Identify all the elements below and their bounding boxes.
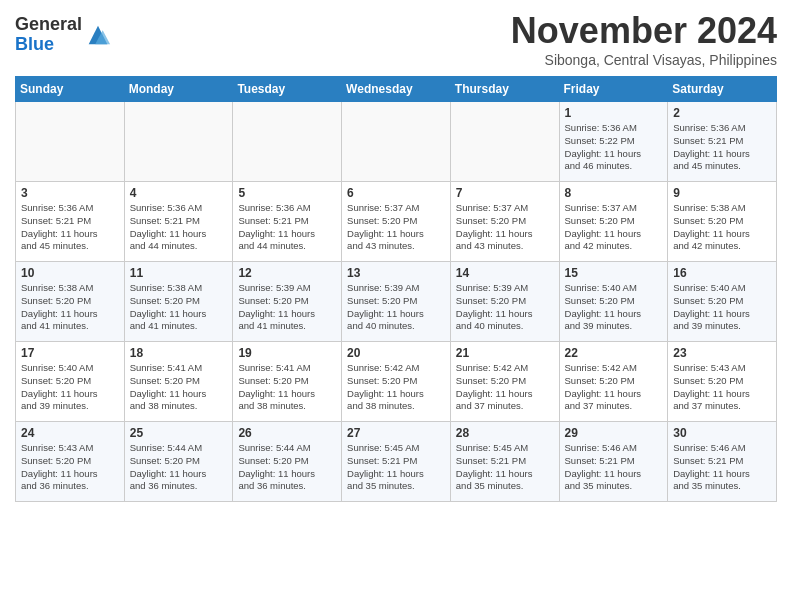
logo-icon (84, 21, 112, 49)
weekday-header-row: SundayMondayTuesdayWednesdayThursdayFrid… (16, 77, 777, 102)
calendar-cell: 16Sunrise: 5:40 AMSunset: 5:20 PMDayligh… (668, 262, 777, 342)
day-number: 25 (130, 426, 228, 440)
day-info: Sunrise: 5:42 AMSunset: 5:20 PMDaylight:… (565, 362, 663, 413)
day-info: Sunrise: 5:36 AMSunset: 5:21 PMDaylight:… (673, 122, 771, 173)
day-number: 30 (673, 426, 771, 440)
day-info: Sunrise: 5:41 AMSunset: 5:20 PMDaylight:… (238, 362, 336, 413)
day-info: Sunrise: 5:37 AMSunset: 5:20 PMDaylight:… (347, 202, 445, 253)
calendar-cell: 26Sunrise: 5:44 AMSunset: 5:20 PMDayligh… (233, 422, 342, 502)
day-info: Sunrise: 5:44 AMSunset: 5:20 PMDaylight:… (130, 442, 228, 493)
calendar-cell: 17Sunrise: 5:40 AMSunset: 5:20 PMDayligh… (16, 342, 125, 422)
logo: General Blue (15, 15, 112, 55)
calendar-cell: 18Sunrise: 5:41 AMSunset: 5:20 PMDayligh… (124, 342, 233, 422)
day-info: Sunrise: 5:45 AMSunset: 5:21 PMDaylight:… (456, 442, 554, 493)
calendar-cell (450, 102, 559, 182)
title-block: November 2024 Sibonga, Central Visayas, … (511, 10, 777, 68)
calendar-cell (233, 102, 342, 182)
day-info: Sunrise: 5:43 AMSunset: 5:20 PMDaylight:… (673, 362, 771, 413)
calendar-cell: 25Sunrise: 5:44 AMSunset: 5:20 PMDayligh… (124, 422, 233, 502)
calendar-cell: 7Sunrise: 5:37 AMSunset: 5:20 PMDaylight… (450, 182, 559, 262)
calendar-cell: 10Sunrise: 5:38 AMSunset: 5:20 PMDayligh… (16, 262, 125, 342)
day-info: Sunrise: 5:38 AMSunset: 5:20 PMDaylight:… (21, 282, 119, 333)
day-number: 20 (347, 346, 445, 360)
calendar-week-row: 24Sunrise: 5:43 AMSunset: 5:20 PMDayligh… (16, 422, 777, 502)
day-number: 1 (565, 106, 663, 120)
day-info: Sunrise: 5:36 AMSunset: 5:21 PMDaylight:… (21, 202, 119, 253)
day-number: 22 (565, 346, 663, 360)
day-number: 29 (565, 426, 663, 440)
page-header: General Blue November 2024 Sibonga, Cent… (15, 10, 777, 68)
weekday-header: Thursday (450, 77, 559, 102)
day-info: Sunrise: 5:42 AMSunset: 5:20 PMDaylight:… (347, 362, 445, 413)
calendar-cell: 20Sunrise: 5:42 AMSunset: 5:20 PMDayligh… (342, 342, 451, 422)
day-number: 5 (238, 186, 336, 200)
calendar-cell: 30Sunrise: 5:46 AMSunset: 5:21 PMDayligh… (668, 422, 777, 502)
day-number: 7 (456, 186, 554, 200)
day-number: 26 (238, 426, 336, 440)
day-info: Sunrise: 5:39 AMSunset: 5:20 PMDaylight:… (456, 282, 554, 333)
day-number: 10 (21, 266, 119, 280)
calendar-cell: 3Sunrise: 5:36 AMSunset: 5:21 PMDaylight… (16, 182, 125, 262)
weekday-header: Friday (559, 77, 668, 102)
day-info: Sunrise: 5:40 AMSunset: 5:20 PMDaylight:… (565, 282, 663, 333)
calendar-cell: 28Sunrise: 5:45 AMSunset: 5:21 PMDayligh… (450, 422, 559, 502)
day-number: 18 (130, 346, 228, 360)
day-number: 11 (130, 266, 228, 280)
logo-text: General Blue (15, 15, 82, 55)
calendar-cell: 14Sunrise: 5:39 AMSunset: 5:20 PMDayligh… (450, 262, 559, 342)
day-info: Sunrise: 5:44 AMSunset: 5:20 PMDaylight:… (238, 442, 336, 493)
day-info: Sunrise: 5:46 AMSunset: 5:21 PMDaylight:… (565, 442, 663, 493)
day-number: 6 (347, 186, 445, 200)
logo-blue: Blue (15, 34, 54, 54)
day-number: 2 (673, 106, 771, 120)
weekday-header: Monday (124, 77, 233, 102)
calendar-cell: 15Sunrise: 5:40 AMSunset: 5:20 PMDayligh… (559, 262, 668, 342)
calendar-cell: 4Sunrise: 5:36 AMSunset: 5:21 PMDaylight… (124, 182, 233, 262)
day-info: Sunrise: 5:36 AMSunset: 5:22 PMDaylight:… (565, 122, 663, 173)
location: Sibonga, Central Visayas, Philippines (511, 52, 777, 68)
calendar-cell: 24Sunrise: 5:43 AMSunset: 5:20 PMDayligh… (16, 422, 125, 502)
day-number: 16 (673, 266, 771, 280)
day-info: Sunrise: 5:36 AMSunset: 5:21 PMDaylight:… (238, 202, 336, 253)
day-info: Sunrise: 5:38 AMSunset: 5:20 PMDaylight:… (130, 282, 228, 333)
day-number: 15 (565, 266, 663, 280)
day-info: Sunrise: 5:39 AMSunset: 5:20 PMDaylight:… (238, 282, 336, 333)
day-number: 13 (347, 266, 445, 280)
calendar-cell (342, 102, 451, 182)
calendar-cell: 8Sunrise: 5:37 AMSunset: 5:20 PMDaylight… (559, 182, 668, 262)
calendar-cell: 6Sunrise: 5:37 AMSunset: 5:20 PMDaylight… (342, 182, 451, 262)
weekday-header: Sunday (16, 77, 125, 102)
day-number: 12 (238, 266, 336, 280)
day-info: Sunrise: 5:36 AMSunset: 5:21 PMDaylight:… (130, 202, 228, 253)
calendar-week-row: 3Sunrise: 5:36 AMSunset: 5:21 PMDaylight… (16, 182, 777, 262)
calendar-week-row: 1Sunrise: 5:36 AMSunset: 5:22 PMDaylight… (16, 102, 777, 182)
calendar-cell: 1Sunrise: 5:36 AMSunset: 5:22 PMDaylight… (559, 102, 668, 182)
calendar-cell: 5Sunrise: 5:36 AMSunset: 5:21 PMDaylight… (233, 182, 342, 262)
day-number: 4 (130, 186, 228, 200)
day-number: 3 (21, 186, 119, 200)
weekday-header: Wednesday (342, 77, 451, 102)
day-number: 27 (347, 426, 445, 440)
calendar-cell: 9Sunrise: 5:38 AMSunset: 5:20 PMDaylight… (668, 182, 777, 262)
calendar-cell: 22Sunrise: 5:42 AMSunset: 5:20 PMDayligh… (559, 342, 668, 422)
day-info: Sunrise: 5:40 AMSunset: 5:20 PMDaylight:… (21, 362, 119, 413)
logo-general: General (15, 14, 82, 34)
calendar-cell: 13Sunrise: 5:39 AMSunset: 5:20 PMDayligh… (342, 262, 451, 342)
month-title: November 2024 (511, 10, 777, 52)
calendar-cell (124, 102, 233, 182)
day-info: Sunrise: 5:38 AMSunset: 5:20 PMDaylight:… (673, 202, 771, 253)
day-info: Sunrise: 5:41 AMSunset: 5:20 PMDaylight:… (130, 362, 228, 413)
day-info: Sunrise: 5:39 AMSunset: 5:20 PMDaylight:… (347, 282, 445, 333)
calendar-table: SundayMondayTuesdayWednesdayThursdayFrid… (15, 76, 777, 502)
calendar-week-row: 10Sunrise: 5:38 AMSunset: 5:20 PMDayligh… (16, 262, 777, 342)
weekday-header: Tuesday (233, 77, 342, 102)
day-number: 21 (456, 346, 554, 360)
day-number: 9 (673, 186, 771, 200)
calendar-cell (16, 102, 125, 182)
calendar-cell: 11Sunrise: 5:38 AMSunset: 5:20 PMDayligh… (124, 262, 233, 342)
day-number: 8 (565, 186, 663, 200)
day-number: 23 (673, 346, 771, 360)
weekday-header: Saturday (668, 77, 777, 102)
day-number: 24 (21, 426, 119, 440)
calendar-cell: 19Sunrise: 5:41 AMSunset: 5:20 PMDayligh… (233, 342, 342, 422)
